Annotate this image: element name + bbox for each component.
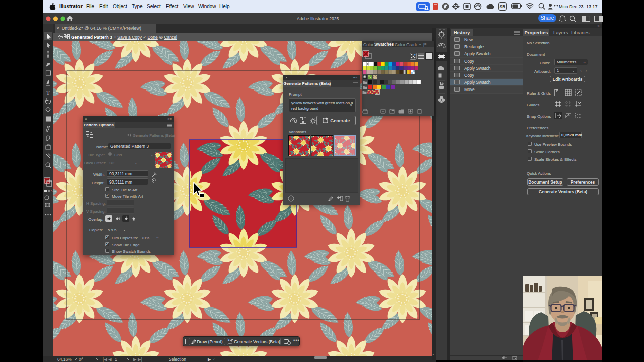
svg-text:T: T: [46, 89, 50, 96]
svg-text:SR: SR: [500, 4, 506, 9]
